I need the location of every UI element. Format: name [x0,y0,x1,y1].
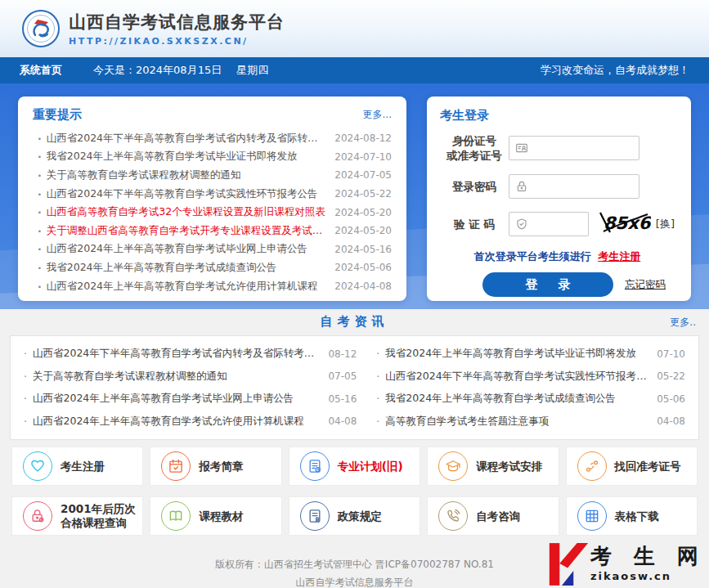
notices-panel-head: 重要提示 更多... [18,97,406,126]
bullet: · [376,348,379,360]
nav-slogan: 学习改变命运，自考成就梦想！ [541,63,689,78]
news-link[interactable]: 山西省2024年上半年高等教育自学考试允许使用计算机课程 [33,415,321,429]
quick-link-label: 考生注册 [61,460,105,474]
news-column-right: ·我省2024年上半年高等教育自学考试毕业证书即将发放07-10·山西省2024… [371,343,685,433]
bullet: · [38,281,42,293]
notice-date: 2024-05-20 [334,225,392,236]
phone-icon [438,501,468,531]
register-link[interactable]: 考生注册 [598,250,640,263]
quick-link-card[interactable]: 自考咨询 [427,496,559,536]
news-item: ·高等教育自学考试考生答题注意事项04-08 [376,411,685,433]
quick-link-card[interactable]: 政策规定 [289,496,420,536]
news-column-left: ·山西省2024年下半年高等教育自学考试省内转考及省际转考（转...08-12·… [24,343,371,433]
notice-link[interactable]: 山西省高等教育自学考试32个专业课程设置及新旧课程对照表 [47,205,327,219]
bullet: · [38,169,42,182]
quick-link-card[interactable]: 专业计划(旧) [289,447,420,486]
notice-date: 2024-05-20 [334,207,392,218]
news-link[interactable]: 关于高等教育自学考试课程教材调整的通知 [33,370,321,384]
forgot-password-link[interactable]: 忘记密码 [625,278,666,292]
notice-link[interactable]: 山西省2024年上半年高等教育自学考试毕业网上申请公告 [47,242,327,256]
id-label: 身份证号 或准考证号 [440,133,509,163]
bullet: · [24,348,27,360]
notice-link[interactable]: 关于高等教育自学考试课程教材调整的通知 [47,168,327,182]
watermark-text: 考 生 网 zikaosw.cn [590,541,706,582]
quick-link-label: 表格下载 [615,509,659,523]
news-date: 07-05 [328,370,357,382]
news-date: 04-08 [328,415,357,427]
nav-date: 今天是：2024年08月15日 [93,63,222,78]
notice-item: ·山西省2024年上半年高等教育自学考试毕业网上申请公告2024-05-16 [33,240,392,259]
password-input[interactable] [509,174,639,199]
nav-weekday: 星期四 [236,63,268,78]
notice-link[interactable]: 山西省2024年下半年高等教育自学考试省内转考及省际转考（转出... [47,132,327,146]
bullet: · [38,225,42,237]
captcha-refresh-link[interactable]: [换] [656,217,675,231]
bullet: · [38,206,42,218]
heart-icon [23,451,52,481]
login-button[interactable]: 登 录 [482,272,613,297]
news-link[interactable]: 我省2024年上半年高等教育自学考试成绩查询公告 [385,392,650,406]
bullet: · [24,370,27,383]
bullet: · [38,188,42,200]
news-more-link[interactable]: 更多.. [670,316,696,330]
notice-link[interactable]: 我省2024年上半年高等教育自学考试成绩查询公告 [47,261,327,275]
captcha-image[interactable]: 85x6 [597,210,651,238]
captcha-label: 验 证 码 [440,217,509,231]
notice-item: ·山西省高等教育自学考试32个专业课程设置及新旧课程对照表2024-05-20 [33,203,392,222]
id-input[interactable] [509,136,639,160]
news-link[interactable]: 高等教育自学考试考生答题注意事项 [385,415,650,429]
password-row: 登录密码 [440,174,675,199]
site-title: 山西自学考试信息服务平台 [69,11,285,34]
news-link[interactable]: 山西省2024年下半年高等教育自学考试省内转考及省际转考（转... [33,347,321,361]
nav-home-link[interactable]: 系统首页 [20,63,62,78]
notice-link[interactable]: 山西省2024年下半年高等教育自学考试实践性环节报考公告 [47,187,327,201]
zikaosw-logo-icon [548,541,589,588]
watermark-cn: 考 生 网 [590,545,706,567]
notice-link[interactable]: 我省2024年上半年高等教育自学考试毕业证书即将发放 [47,150,327,164]
notice-date: 2024-05-06 [334,262,392,273]
news-date: 05-06 [657,393,685,405]
news-date: 04-08 [657,415,685,427]
hero-section: 重要提示 更多... ·山西省2024年下半年高等教育自学考试省内转考及省际转考… [0,83,709,309]
bullet: · [376,415,379,428]
quick-link-card[interactable]: 找回准考证号 [566,447,698,486]
notices-list: ·山西省2024年下半年高等教育自学考试省内转考及省际转考（转出...2024-… [18,126,406,302]
watermark-url: zikaosw.cn [590,570,706,582]
notice-date: 2024-08-12 [334,132,392,144]
important-notices-panel: 重要提示 更多... ·山西省2024年下半年高等教育自学考试省内转考及省际转考… [18,97,406,301]
news-link[interactable]: 我省2024年上半年高等教育自学考试毕业证书即将发放 [385,347,650,361]
bullet: · [376,370,379,383]
quick-link-card[interactable]: 2001年后历次 合格课程查询 [11,496,143,536]
captcha-input-wrap [509,212,589,236]
password-input-wrap [509,174,639,199]
shield-icon [515,218,528,231]
quick-link-label: 政策规定 [338,509,382,523]
notice-item: ·我省2024年上半年高等教育自学考试成绩查询公告2024-05-06 [33,258,392,277]
news-item: ·山西省2024年上半年高等教育自学考试允许使用计算机课程04-08 [24,411,357,433]
watermark: 考 生 网 zikaosw.cn [548,541,706,588]
graduation-cap-icon [438,451,468,481]
quick-link-label: 找回准考证号 [615,460,681,474]
quick-link-card[interactable]: 课程教材 [150,496,281,536]
notice-link[interactable]: 关于调整山西省高等教育自学考试开考专业课程设置及考试计划的补... [47,224,327,238]
notices-title: 重要提示 [33,107,82,123]
quick-link-card[interactable]: 表格下载 [566,496,698,536]
news-link[interactable]: 山西省2024年下半年高等教育自学考试实践性环节报考公告 [385,370,650,384]
bullet: · [24,393,27,405]
news-link[interactable]: 山西省2024年上半年高等教育自学考试毕业网上申请公告 [33,392,321,406]
quick-link-card[interactable]: 报考简章 [150,447,281,486]
notice-item: ·我省2024年上半年高等教育自学考试毕业证书即将发放2024-07-10 [33,148,392,167]
password-label: 登录密码 [440,179,509,194]
quick-link-card[interactable]: 考生注册 [11,447,143,486]
news-head: 自考资讯 更多.. [0,309,709,334]
news-section: 自考资讯 更多.. ·山西省2024年下半年高等教育自学考试省内转考及省际转考（… [0,309,709,442]
news-date: 05-22 [657,370,685,382]
news-item: ·我省2024年上半年高等教育自学考试成绩查询公告05-06 [376,388,685,411]
quick-link-label: 课程考试安排 [476,460,542,474]
login-actions: 登 录 忘记密码 [440,272,675,297]
captcha-row: 验 证 码 85x6 [换] [440,210,675,238]
register-hint-text: 首次登录平台考生须进行 [474,250,591,263]
quick-link-card[interactable]: 课程考试安排 [427,447,559,486]
notice-link[interactable]: 山西省2024年上半年高等教育自学考试允许使用计算机课程 [47,280,327,294]
notices-more-link[interactable]: 更多... [363,108,392,122]
